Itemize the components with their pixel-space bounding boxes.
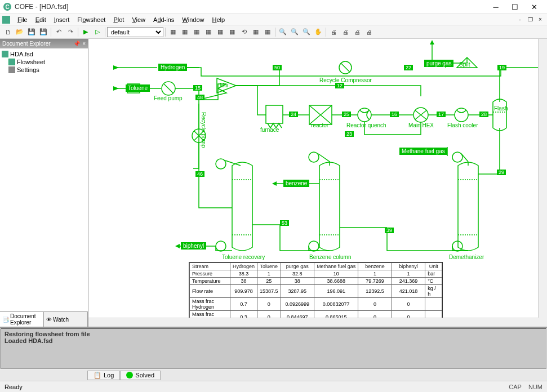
menu-file[interactable]: File <box>14 15 32 24</box>
log-panel: Restoring flowsheet from file Loaded HDA… <box>0 327 547 381</box>
tb-print2[interactable]: 🖨 <box>340 26 351 38</box>
menu-bar: File Edit Insert Flowsheet Plot View Add… <box>0 14 547 25</box>
status-cap: CAP <box>509 384 522 390</box>
menu-plot[interactable]: Plot <box>109 15 128 24</box>
explorer-title: Document Explorer <box>2 41 51 47</box>
svg-point-4 <box>358 108 371 122</box>
window-title: COFE - [HDA.fsd] <box>15 3 486 11</box>
mdi-restore[interactable]: ❐ <box>526 16 535 24</box>
tab-solved[interactable]: Solved <box>120 371 161 380</box>
minimize-button[interactable]: ─ <box>486 1 505 13</box>
toolbar: 🗋 📂 💾 💾 ↶ ↷ ▶ ▷ default ▦ ▦ ▦ ▦ ▦ ▦ ⟲ ▦ … <box>0 25 547 39</box>
canvas-scroll-h[interactable] <box>88 318 538 327</box>
svg-point-9 <box>309 152 319 162</box>
status-num: NUM <box>528 384 542 390</box>
tb-c[interactable]: ▦ <box>191 26 202 38</box>
tab-log[interactable]: 📋 Log <box>87 371 120 380</box>
tb-h[interactable]: ▦ <box>250 26 261 38</box>
solved-icon <box>126 372 133 378</box>
mdi-close[interactable]: × <box>536 16 545 24</box>
close-button[interactable]: ✕ <box>524 1 544 13</box>
canvas-scroll-v[interactable] <box>538 39 547 318</box>
tb-b[interactable]: ▦ <box>179 26 190 38</box>
explorer-header: Document Explorer 📌 × <box>0 39 88 48</box>
tb-step[interactable]: ▷ <box>92 26 103 38</box>
menu-edit[interactable]: Edit <box>32 15 50 24</box>
tree-flowsheet[interactable]: Flowsheet <box>2 58 86 66</box>
svg-point-10 <box>309 241 319 251</box>
tb-a[interactable]: ▦ <box>167 26 179 38</box>
tb-new[interactable]: 🗋 <box>2 26 14 38</box>
tb-combo-default[interactable]: default <box>107 27 163 37</box>
app-icon: C <box>3 3 11 11</box>
explorer-tree[interactable]: HDA.fsd Flowsheet Settings <box>0 48 88 311</box>
tb-play[interactable]: ▶ <box>80 26 91 38</box>
tb-print3[interactable]: 🖨 <box>352 26 363 38</box>
stream-table: StreamHydrogenToluenepurge gasMethane fu… <box>189 262 443 327</box>
menu-insert[interactable]: Insert <box>50 15 74 24</box>
menu-help[interactable]: Help <box>208 15 229 24</box>
maximize-button[interactable]: ☐ <box>505 1 524 13</box>
tb-redo[interactable]: ↷ <box>65 26 76 38</box>
tb-g[interactable]: ⟲ <box>238 26 250 38</box>
tb-zoom1[interactable]: 🔍 <box>277 26 288 38</box>
tb-d[interactable]: ▦ <box>203 26 214 38</box>
tb-e[interactable]: ▦ <box>215 26 226 38</box>
status-bar: Ready CAP NUM <box>0 381 547 392</box>
tb-zoom2[interactable]: 🔍 <box>289 26 300 38</box>
flowsheet-canvas[interactable]: Hydrogen Toluene Feed pump Mix Recycle p… <box>88 39 547 327</box>
tb-i[interactable]: ▦ <box>262 26 273 38</box>
explorer-tab-doc[interactable]: 📑 Document Explorer <box>0 312 44 327</box>
explorer-pin-icon[interactable]: 📌 <box>73 41 80 47</box>
tb-print4[interactable]: 🖨 <box>363 26 375 38</box>
menu-flowsheet[interactable]: Flowsheet <box>73 15 109 24</box>
menu-addins[interactable]: Add-ins <box>149 15 178 24</box>
svg-point-6 <box>455 108 468 122</box>
tb-pan[interactable]: ✋ <box>313 26 324 38</box>
tb-saveall[interactable]: 💾 <box>38 26 49 38</box>
mdi-minimize[interactable]: - <box>515 16 524 24</box>
tb-zoom3[interactable]: 🔍 <box>301 26 312 38</box>
svg-point-12 <box>216 241 226 251</box>
tb-undo[interactable]: ↶ <box>53 26 64 38</box>
tb-open[interactable]: 📂 <box>14 26 25 38</box>
explorer-tab-watch[interactable]: 👁 Watch <box>44 312 88 327</box>
explorer-close-icon[interactable]: × <box>82 41 86 47</box>
menu-window[interactable]: Window <box>178 15 208 24</box>
mdi-icon <box>2 16 10 24</box>
tb-print1[interactable]: 🖨 <box>328 26 339 38</box>
svg-point-11 <box>216 159 226 169</box>
tb-save[interactable]: 💾 <box>26 26 37 38</box>
tree-root[interactable]: HDA.fsd <box>2 50 86 58</box>
document-explorer: Document Explorer 📌 × HDA.fsd Flowsheet … <box>0 39 88 327</box>
status-ready: Ready <box>5 384 23 390</box>
tree-settings[interactable]: Settings <box>2 66 86 74</box>
svg-point-8 <box>452 241 462 251</box>
svg-point-7 <box>452 152 462 162</box>
menu-view[interactable]: View <box>128 15 149 24</box>
log-output: Restoring flowsheet from file Loaded HDA… <box>1 328 546 369</box>
title-bar: C COFE - [HDA.fsd] ─ ☐ ✕ <box>0 0 547 14</box>
tb-f[interactable]: ▦ <box>226 26 238 38</box>
